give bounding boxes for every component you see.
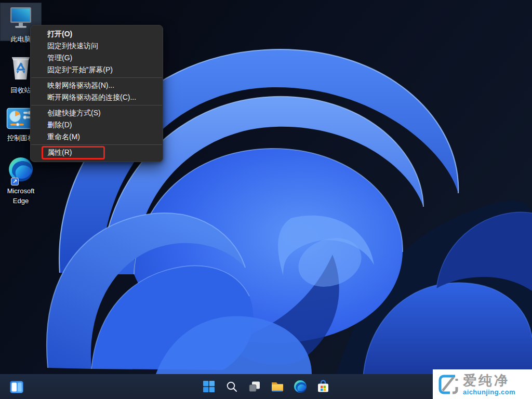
context-menu: 打开(O) 固定到快速访问 管理(G) 固定到“开始”屏幕(P) 映射网络驱动器… <box>30 25 163 162</box>
aichunjing-logo-icon <box>437 374 459 395</box>
search-button[interactable] <box>224 379 239 394</box>
task-view-button[interactable] <box>247 379 262 394</box>
edge-taskbar-button[interactable] <box>293 379 308 394</box>
edge-label: Microsoft Edge <box>1 186 41 206</box>
menu-item-delete[interactable]: 删除(D) <box>31 119 163 131</box>
watermark: 爱纯净 aichunjing.com <box>433 369 532 399</box>
menu-separator <box>31 77 162 78</box>
windows-start-icon <box>203 380 215 393</box>
task-view-icon <box>248 380 261 393</box>
menu-item-properties[interactable]: 属性(R) <box>31 147 163 158</box>
menu-item-rename[interactable]: 重命名(M) <box>31 131 163 143</box>
menu-item-open[interactable]: 打开(O) <box>31 28 163 40</box>
menu-item-properties-wrap: 属性(R) <box>31 147 163 158</box>
file-explorer-icon <box>271 380 284 393</box>
menu-item-pin-to-start[interactable]: 固定到“开始”屏幕(P) <box>31 64 163 76</box>
menu-item-disconnect-network-drive[interactable]: 断开网络驱动器的连接(C)... <box>31 91 163 103</box>
file-explorer-button[interactable] <box>270 379 285 394</box>
watermark-title: 爱纯净 <box>463 374 515 387</box>
menu-item-map-network-drive[interactable]: 映射网络驱动器(N)... <box>31 79 163 91</box>
shortcut-arrow-icon: ↗ <box>11 178 19 185</box>
store-icon <box>317 380 329 393</box>
menu-separator <box>31 144 162 145</box>
store-button[interactable] <box>316 379 330 394</box>
edge-icon <box>294 380 307 393</box>
menu-item-manage[interactable]: 管理(G) <box>31 52 163 64</box>
menu-item-create-shortcut[interactable]: 创建快捷方式(S) <box>31 107 163 119</box>
start-button[interactable] <box>202 379 216 394</box>
menu-item-pin-quick-access[interactable]: 固定到快速访问 <box>31 40 163 52</box>
edge-icon: ↗ <box>8 156 34 184</box>
search-icon <box>225 380 238 393</box>
this-pc-label: 此电脑 <box>11 34 31 44</box>
recycle-bin-icon <box>9 55 33 84</box>
watermark-site: aichunjing.com <box>463 389 515 395</box>
recycle-bin-label: 回收站 <box>11 85 31 95</box>
menu-separator <box>31 105 162 105</box>
